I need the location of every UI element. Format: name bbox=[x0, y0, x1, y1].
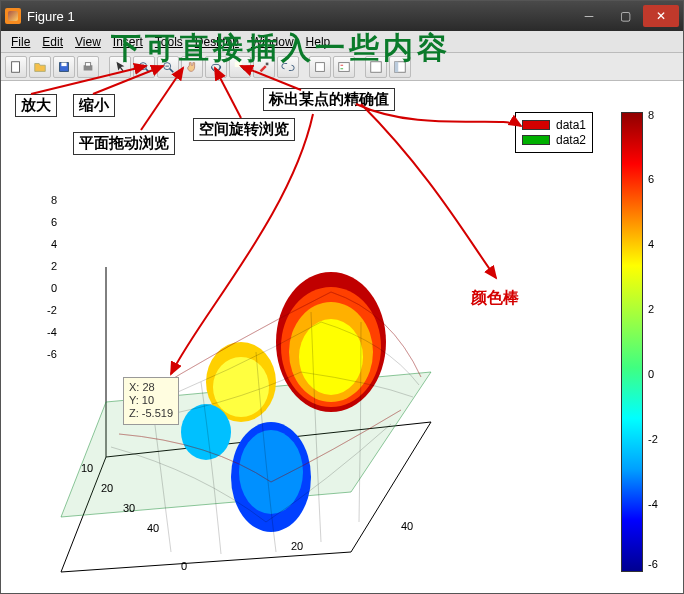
legend-item: data2 bbox=[522, 133, 586, 147]
legend-swatch-2 bbox=[522, 135, 550, 145]
annotation-insert-hint: 下可直接插入一些内容 bbox=[111, 28, 451, 69]
open-button[interactable] bbox=[29, 56, 51, 78]
datatip-y: Y: 10 bbox=[129, 394, 173, 407]
data-cursor-tip[interactable]: X: 28 Y: 10 Z: -5.519 bbox=[123, 377, 179, 425]
z-tick: -4 bbox=[47, 326, 57, 338]
legend[interactable]: data1 data2 bbox=[515, 112, 593, 153]
y-tick: 40 bbox=[147, 522, 159, 534]
colorbar-tick: 0 bbox=[648, 368, 654, 380]
colorbar-tick: 8 bbox=[648, 109, 654, 121]
minimize-button[interactable]: ─ bbox=[571, 5, 607, 27]
annotation-rotate: 空间旋转浏览 bbox=[193, 118, 295, 141]
colorbar-tick: 2 bbox=[648, 303, 654, 315]
annotation-pan: 平面拖动浏览 bbox=[73, 132, 175, 155]
svg-rect-0 bbox=[12, 61, 20, 72]
annotation-zoom-in: 放大 bbox=[15, 94, 57, 117]
z-tick: 2 bbox=[51, 260, 57, 272]
y-tick: 20 bbox=[101, 482, 113, 494]
titlebar[interactable]: Figure 1 ─ ▢ ✕ bbox=[1, 1, 683, 31]
y-tick: 10 bbox=[81, 462, 93, 474]
save-button[interactable] bbox=[53, 56, 75, 78]
datatip-x: X: 28 bbox=[129, 381, 173, 394]
svg-point-33 bbox=[299, 319, 363, 395]
new-figure-button[interactable] bbox=[5, 56, 27, 78]
x-tick: 0 bbox=[181, 560, 187, 572]
legend-label-1: data1 bbox=[556, 118, 586, 132]
menu-file[interactable]: File bbox=[5, 33, 36, 51]
svg-point-38 bbox=[181, 404, 231, 460]
colorbar-tick: -2 bbox=[648, 433, 658, 445]
colorbar-tick: 6 bbox=[648, 173, 654, 185]
x-tick: 40 bbox=[401, 520, 413, 532]
z-tick: 0 bbox=[51, 282, 57, 294]
figure-canvas[interactable]: 下可直接插入一些内容 bbox=[1, 81, 683, 593]
matlab-icon bbox=[5, 8, 21, 24]
window-title: Figure 1 bbox=[27, 9, 571, 24]
z-tick: 4 bbox=[51, 238, 57, 250]
separator bbox=[101, 56, 107, 78]
annotation-data-cursor: 标出某点的精确值 bbox=[263, 88, 395, 111]
svg-rect-2 bbox=[61, 62, 66, 66]
print-button[interactable] bbox=[77, 56, 99, 78]
colorbar-tick: -4 bbox=[648, 498, 658, 510]
figure-window: Figure 1 ─ ▢ ✕ File Edit View Insert Too… bbox=[0, 0, 684, 594]
annotation-colorbar-label: 颜色棒 bbox=[471, 288, 519, 309]
legend-item: data1 bbox=[522, 118, 586, 132]
y-tick: 30 bbox=[123, 502, 135, 514]
svg-line-27 bbox=[61, 552, 351, 572]
z-tick: -6 bbox=[47, 348, 57, 360]
menu-edit[interactable]: Edit bbox=[36, 33, 69, 51]
colorbar-tick: 4 bbox=[648, 238, 654, 250]
z-tick: -2 bbox=[47, 304, 57, 316]
colorbar-tick: -6 bbox=[648, 558, 658, 570]
close-button[interactable]: ✕ bbox=[643, 5, 679, 27]
svg-point-37 bbox=[239, 430, 303, 514]
datatip-z: Z: -5.519 bbox=[129, 407, 173, 420]
svg-point-35 bbox=[213, 357, 269, 417]
maximize-button[interactable]: ▢ bbox=[607, 5, 643, 27]
svg-rect-4 bbox=[85, 62, 90, 66]
legend-swatch-1 bbox=[522, 120, 550, 130]
annotation-zoom-out: 缩小 bbox=[73, 94, 115, 117]
x-tick: 20 bbox=[291, 540, 303, 552]
z-tick: 6 bbox=[51, 216, 57, 228]
legend-label-2: data2 bbox=[556, 133, 586, 147]
menu-view[interactable]: View bbox=[69, 33, 107, 51]
colorbar[interactable]: 8 6 4 2 0 -2 -4 -6 bbox=[621, 112, 643, 572]
z-tick: 8 bbox=[51, 194, 57, 206]
